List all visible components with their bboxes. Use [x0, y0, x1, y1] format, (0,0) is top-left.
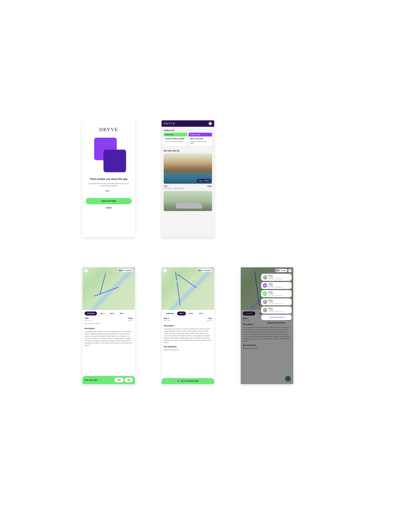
route-line: [94, 287, 119, 297]
action-card-action-needed[interactable]: Action needed West Coast Drive Complete …: [189, 133, 212, 146]
drivers-panel: Driver Co-pilot Car make, model and year…: [261, 274, 292, 323]
action-card-drive-today[interactable]: Drive today Geneva to Rome roadtrip Day …: [164, 133, 187, 146]
go-to-navigation-label: GO TO NAVIGATION: [181, 380, 199, 382]
car-label: Car make, model and year: [269, 295, 283, 296]
copilot-label: Co-pilot: [269, 277, 283, 278]
distance-label: Distance: [207, 320, 212, 321]
car-label: Car make, model and year: [269, 311, 283, 312]
trip-dates: Dates: [128, 317, 133, 319]
brand-logo: DRYVE: [164, 122, 175, 125]
app-header: DRYVE: [162, 120, 214, 127]
driver-card[interactable]: Driver Co-pilot Car make, model and year: [261, 298, 292, 305]
navigation-bar[interactable]: GO TO NAVIGATION: [162, 378, 214, 384]
trip-details: Title Dates Start - finish Distance Reco…: [82, 317, 135, 348]
chevron-left-icon: ‹: [86, 270, 86, 272]
route-line: [175, 272, 181, 306]
driver-card[interactable]: Driver Co-pilot Car make, model and year: [261, 306, 292, 314]
driver-avatar: [263, 275, 267, 279]
tab-day-2[interactable]: DAY 2: [187, 311, 196, 316]
driver-avatar: D3: [263, 291, 267, 296]
no-button[interactable]: NO: [125, 378, 133, 382]
trip-image: 4 days, 1,345km: [164, 153, 212, 184]
members-pill[interactable]: 6 mem: [275, 269, 287, 272]
tab-day-3[interactable]: DAY 3: [118, 311, 126, 316]
members-pill[interactable]: 6 members: [118, 269, 133, 272]
tab-day-1[interactable]: DAY 1: [177, 311, 186, 316]
chevron-left-icon: ‹: [165, 270, 165, 272]
yes-button[interactable]: YES: [114, 378, 124, 382]
close-button[interactable]: ✕: [288, 269, 292, 272]
back-button[interactable]: ‹: [163, 269, 167, 273]
day-tabs: OVERVIEW DAY 1 DAY 2 DAY 3: [162, 310, 214, 317]
waypoints-heading: Key waypoints: [164, 346, 212, 348]
trip-image: [164, 191, 212, 211]
onboarding-headline: Point number one about this app: [90, 177, 127, 181]
action-subtitle: Complete vehicle and driver details: [190, 141, 210, 144]
car-label: Car make, model and year: [269, 278, 283, 280]
brand-logo: DRYVE: [99, 127, 118, 132]
start-finish-label: Start - finish: [85, 320, 92, 321]
driver-card[interactable]: Driver Co-pilot Car make, model and year: [261, 274, 292, 281]
trip-title: Title: [164, 185, 167, 187]
trip-dates: Dates: [207, 185, 212, 187]
description-heading: Description: [85, 327, 133, 329]
driver-label: Driver: [269, 299, 283, 301]
actions-row: Drive today Geneva to Rome roadtrip Day …: [164, 133, 212, 146]
car-label: Car make, model and year: [269, 286, 283, 288]
tab-overview[interactable]: OVERVIEW: [164, 311, 176, 316]
join-bar: Join road trip? YES NO: [82, 376, 135, 384]
description-text: Lorem ipsum dolor sit amet, consectetur …: [164, 328, 212, 344]
members-overlay-screen: OVERVIEW DAY 1 Day 1 Date Start - finish…: [241, 267, 293, 384]
page-dot-active: [106, 190, 109, 191]
member-avatars: [198, 269, 203, 272]
onboarding-desc: Lorem ipsum dolor sit amet, consectetur …: [86, 183, 132, 187]
waypoint-item: Waypoint name/number: [164, 349, 212, 351]
map-view[interactable]: ‹ 6 members: [82, 267, 135, 310]
tab-day-2[interactable]: DAY 2: [108, 311, 116, 316]
trips-heading: My road trips (2): [164, 150, 212, 152]
tab-overview[interactable]: OVERVIEW: [85, 311, 97, 316]
remove-from-trip-link[interactable]: REMOVE FROM ROAD TRIP: [261, 322, 292, 323]
hero-graphic: [91, 138, 126, 172]
action-pill: Action needed: [189, 133, 212, 136]
day-date: Date: [209, 317, 212, 319]
member-avatars: [276, 269, 281, 272]
page-dot[interactable]: [110, 190, 111, 191]
members-count: 6 mem: [281, 270, 286, 271]
copilot-label: Co-pilot: [269, 309, 283, 311]
tab-day-3[interactable]: DAY 3: [197, 311, 205, 316]
driver-label: Driver: [269, 308, 283, 309]
driver-label: Driver: [269, 283, 283, 285]
join-button[interactable]: JOIN FOR FREE: [86, 198, 132, 204]
driver-avatar: [263, 299, 267, 304]
close-icon: ✕: [289, 270, 291, 272]
map-label-sg: San Gimignano: [174, 281, 183, 282]
map-view[interactable]: Siena San Gimignano Poggibonsi ‹ 6 membe…: [162, 267, 214, 310]
login-link[interactable]: LOG IN: [106, 207, 111, 209]
tab-day-1[interactable]: DAY 1: [98, 311, 107, 316]
add-details-button[interactable]: ＋ADD YOUR DETAILS: [261, 315, 292, 320]
members-count: 6 members: [203, 270, 211, 271]
action-title: Geneva to Rome roadtrip: [165, 138, 186, 140]
trip-card[interactable]: 4 days, 1,345km: [164, 153, 212, 184]
page-indicator: [106, 190, 112, 191]
driver-card[interactable]: D2 Driver Co-pilot Car make, model and y…: [261, 282, 292, 289]
copilot-label: Co-pilot: [269, 301, 283, 303]
trip-meta: Title Dates: [164, 185, 212, 187]
page-dot[interactable]: [111, 190, 112, 191]
map-label-siena: Siena: [195, 294, 199, 296]
copilot-label: Co-pilot: [269, 285, 283, 286]
distance-label: Distance: [128, 320, 133, 321]
trip-card[interactable]: [164, 191, 212, 211]
members-count: 6 members: [124, 270, 132, 271]
plus-icon: ＋: [268, 317, 270, 318]
start-finish-label: Start - finish: [164, 320, 171, 321]
back-button[interactable]: ‹: [84, 269, 88, 273]
invitation-link[interactable]: New invitation – response required: [164, 188, 212, 189]
trip-title: Title: [85, 317, 89, 319]
driver-card[interactable]: D3 Driver Co-pilot Car make, model and y…: [261, 290, 292, 297]
trip-overview-screen: ‹ 6 members OVERVIEW DAY 1 DAY 2 DAY 3 T…: [82, 267, 135, 384]
day-details: Day 1 Date Start - finish Distance Descr…: [162, 317, 214, 353]
profile-avatar[interactable]: [209, 122, 212, 125]
members-pill[interactable]: 6 members: [197, 269, 213, 272]
